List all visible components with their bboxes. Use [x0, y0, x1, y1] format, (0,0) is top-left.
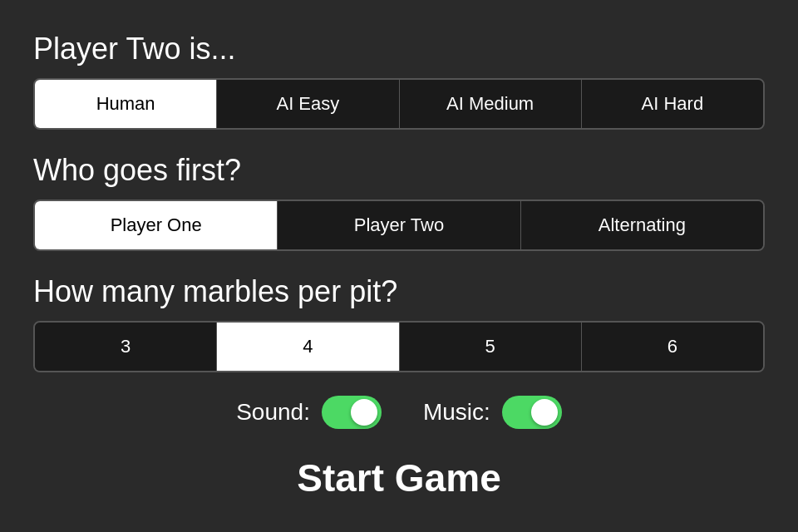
- first-player-one-btn[interactable]: Player One: [35, 201, 278, 249]
- controls-row: Sound: Music:: [33, 396, 765, 429]
- marbles-label: How many marbles per pit?: [33, 274, 765, 309]
- marbles-section: How many marbles per pit? 3 4 5 6: [33, 274, 765, 372]
- first-player-btn-group: Player One Player Two Alternating: [33, 200, 765, 251]
- player-two-ai-easy-btn[interactable]: AI Easy: [217, 80, 399, 128]
- marbles-4-btn[interactable]: 4: [217, 323, 399, 371]
- sound-toggle-track: [322, 396, 382, 429]
- music-label: Music:: [423, 399, 490, 426]
- first-player-label: Who goes first?: [33, 153, 765, 188]
- marbles-5-btn[interactable]: 5: [400, 323, 582, 371]
- sound-toggle-thumb: [351, 399, 377, 426]
- marbles-3-btn[interactable]: 3: [35, 323, 217, 371]
- player-two-ai-medium-btn[interactable]: AI Medium: [400, 80, 582, 128]
- player-two-btn-group: Human AI Easy AI Medium AI Hard: [33, 78, 765, 130]
- first-player-alternating-btn[interactable]: Alternating: [521, 201, 763, 249]
- first-player-two-btn[interactable]: Player Two: [278, 201, 520, 249]
- first-player-section: Who goes first? Player One Player Two Al…: [33, 153, 765, 251]
- sound-toggle[interactable]: [322, 396, 382, 429]
- player-two-human-btn[interactable]: Human: [35, 80, 217, 128]
- player-two-section: Player Two is... Human AI Easy AI Medium…: [33, 32, 765, 130]
- sound-label: Sound:: [236, 399, 310, 426]
- start-game-button[interactable]: Start Game: [33, 456, 765, 500]
- sound-control: Sound:: [236, 396, 382, 429]
- marbles-btn-group: 3 4 5 6: [33, 321, 765, 372]
- player-two-label: Player Two is...: [33, 32, 765, 66]
- music-toggle[interactable]: [502, 396, 562, 429]
- marbles-6-btn[interactable]: 6: [582, 323, 763, 371]
- music-toggle-thumb: [531, 399, 558, 426]
- music-toggle-track: [502, 396, 562, 429]
- music-control: Music:: [423, 396, 562, 429]
- player-two-ai-hard-btn[interactable]: AI Hard: [582, 80, 763, 128]
